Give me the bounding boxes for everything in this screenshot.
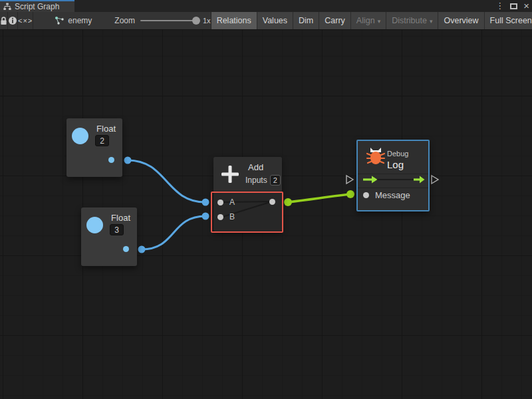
menu-icon[interactable]: ⋮ (495, 0, 504, 12)
float-value-field[interactable]: 2 (95, 135, 109, 146)
script-graph-window: Script Graph ⋮ × <×> (0, 0, 532, 399)
float-value-icon (72, 128, 88, 144)
node-title: Log (387, 159, 404, 170)
script-graph-icon (3, 3, 11, 11)
wire-add-to-log-message[interactable] (288, 194, 350, 202)
debug-log-node[interactable]: Debug Log Message (356, 140, 430, 211)
graph-toolbar: <×> enemy Zoom 1x Relations Values D (0, 12, 532, 30)
info-icon (8, 16, 17, 25)
wire-float2-to-add-a[interactable] (128, 160, 205, 202)
zoom-value: 1x (203, 17, 211, 25)
flow-output-port-triangle[interactable] (432, 176, 438, 184)
float-node-2[interactable]: Float 2 (66, 118, 122, 177)
flow-out-arrow-icon[interactable] (414, 176, 425, 184)
toolbar-buttons: Relations Values Dim Carry Align ▾ Distr… (211, 12, 532, 29)
node-category: Debug (387, 150, 408, 158)
tab-bar: Script Graph ⋮ × (0, 0, 532, 12)
float-node-3[interactable]: Float 3 (81, 207, 137, 266)
node-title: Float (111, 213, 130, 223)
wire-endpoint[interactable] (202, 213, 209, 220)
add-input-port-b[interactable] (217, 214, 223, 220)
float-value-field[interactable]: 3 (110, 224, 124, 235)
float-value-icon (86, 217, 103, 233)
wire-endpoint[interactable] (124, 157, 132, 164)
bug-icon (365, 146, 386, 167)
add-output-port[interactable] (269, 199, 275, 205)
graph-canvas[interactable]: Float 2 Float 3 Add Inputs 2 (0, 30, 532, 399)
relations-button[interactable]: Relations (211, 12, 257, 29)
float-output-port[interactable] (108, 157, 114, 163)
window-controls: ⋮ × (495, 0, 529, 12)
node-title: Float (96, 124, 116, 134)
graph-name-label: enemy (68, 16, 92, 25)
tab-script-graph[interactable]: Script Graph (0, 0, 74, 12)
code-view-button[interactable]: <×> (18, 12, 33, 29)
close-icon[interactable]: × (523, 0, 529, 12)
full-screen-button[interactable]: Full Screen (485, 12, 532, 29)
dim-button[interactable]: Dim (293, 12, 319, 29)
port-b-label: B (229, 212, 235, 221)
divider (358, 188, 428, 188)
align-dropdown[interactable]: Align ▾ (351, 12, 386, 29)
divider (358, 174, 428, 174)
graph-asset-icon (55, 16, 65, 25)
maximize-icon[interactable] (510, 3, 517, 9)
add-input-port-a[interactable] (217, 200, 223, 205)
message-input-port[interactable] (363, 192, 369, 198)
tab-label: Script Graph (15, 2, 59, 11)
chevron-down-icon: ▾ (430, 18, 433, 25)
chevron-down-icon: ▾ (378, 18, 381, 25)
carry-button[interactable]: Carry (319, 12, 351, 29)
add-node[interactable]: Add Inputs 2 A B (213, 157, 282, 231)
message-port-label: Message (375, 190, 410, 200)
wire-endpoint[interactable] (284, 198, 292, 206)
flow-in-arrow-icon[interactable] (363, 176, 378, 184)
zoom-slider[interactable] (140, 20, 198, 21)
flow-input-port-triangle[interactable] (346, 176, 353, 184)
distribute-dropdown[interactable]: Distribute ▾ (386, 12, 438, 29)
wire-endpoint[interactable] (346, 190, 354, 198)
info-button[interactable] (8, 12, 18, 29)
values-button[interactable]: Values (257, 12, 293, 29)
zoom-slider-handle[interactable] (192, 17, 200, 25)
float-output-port[interactable] (123, 246, 129, 252)
wire-endpoint[interactable] (202, 199, 209, 206)
port-a-label: A (229, 198, 235, 207)
lock-icon (0, 17, 7, 25)
wire-float3-to-add-b[interactable] (142, 216, 205, 249)
zoom-control: Zoom 1x (114, 12, 210, 29)
graph-reference[interactable]: enemy (55, 12, 92, 29)
overview-button[interactable]: Overview (438, 12, 484, 29)
lock-button[interactable] (0, 12, 8, 29)
wire-endpoint[interactable] (138, 246, 146, 253)
internal-relations (213, 157, 282, 231)
zoom-label: Zoom (114, 16, 135, 25)
